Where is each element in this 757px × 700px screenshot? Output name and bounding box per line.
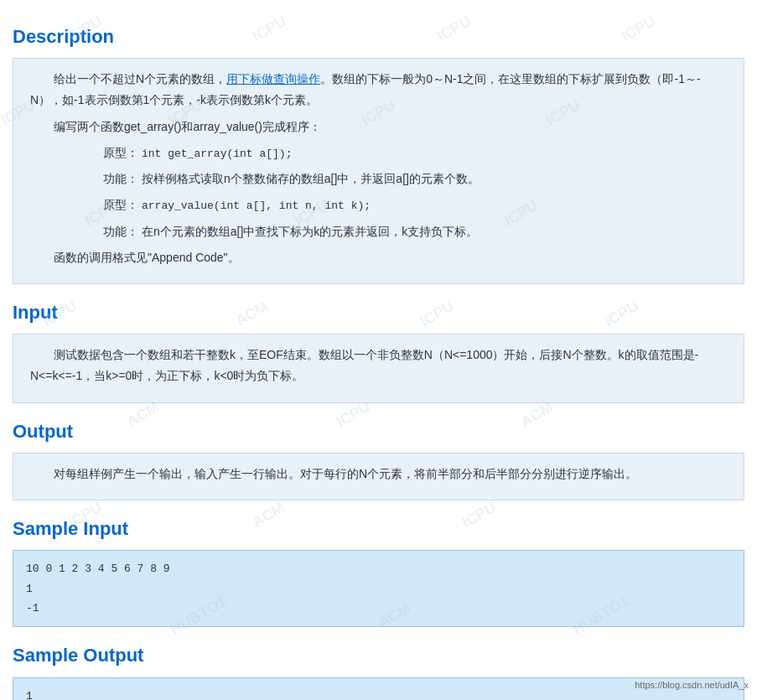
desc-func-1-value: 按样例格式读取n个整数储存的数组a[]中，并返回a[]的元素个数。 [142,172,480,185]
sample-input-line-2: 1 [26,579,731,599]
sample-input-box: 10 0 1 2 3 4 5 6 7 8 9 1 -1 [13,550,744,627]
desc-func-2-label: 功能： 在n个元素的数组a[]中查找下标为k的元素并返回，k支持负下标。 [30,221,727,242]
description-box: 给出一个不超过N个元素的数组，用下标做查询操作。数组的下标一般为0～N-1之间，… [13,58,744,284]
desc-func-1-label: 功能： 按样例格式读取n个整数储存的数组a[]中，并返回a[]的元素个数。 [30,169,727,189]
footer-url: https://blog.csdn.net/udIA_x [635,678,749,693]
description-title: Description [13,22,744,51]
page-container: Description 给出一个不超过N个元素的数组，用下标做查询操作。数组的下… [0,0,757,700]
input-text: 测试数据包含一个数组和若干整数k，至EOF结束。数组以一个非负整数N（N<=10… [30,345,727,386]
sample-output-title: Sample Output [13,640,744,670]
desc-para-1: 给出一个不超过N个元素的数组，用下标做查询操作。数组的下标一般为0～N-1之间，… [30,69,727,111]
desc-para-2: 编写两个函数get_array()和array_value()完成程序： [30,117,727,137]
sample-input-title: Sample Input [13,514,744,543]
input-title: Input [13,298,744,327]
desc-para-appendix: 函数的调用格式见"Append Code"。 [30,247,727,268]
sample-output-line-1: 1 [26,687,731,700]
sample-input-line-1: 10 0 1 2 3 4 5 6 7 8 9 [26,559,731,578]
sample-input-line-3: -1 [26,599,731,618]
output-text: 对每组样例产生一个输出，输入产生一行输出。对于每行的N个元素，将前半部分和后半部… [30,464,727,485]
output-box: 对每组样例产生一个输出，输入产生一行输出。对于每行的N个元素，将前半部分和后半部… [13,453,744,500]
input-box: 测试数据包含一个数组和若干整数k，至EOF结束。数组以一个非负整数N（N<=10… [13,334,744,402]
highlight-query: 用下标做查询操作 [226,72,320,86]
desc-proto-2-value: array_value(int a[], int n, int k); [142,200,371,212]
desc-proto-2-label: 原型： array_value(int a[], int n, int k); [30,194,727,215]
desc-proto-1-value: int get_array(int a[]); [142,148,292,160]
output-title: Output [13,417,744,446]
desc-func-2-value: 在n个元素的数组a[]中查找下标为k的元素并返回，k支持负下标。 [142,225,478,238]
desc-proto-1-label: 原型： int get_array(int a[]); [30,143,727,163]
